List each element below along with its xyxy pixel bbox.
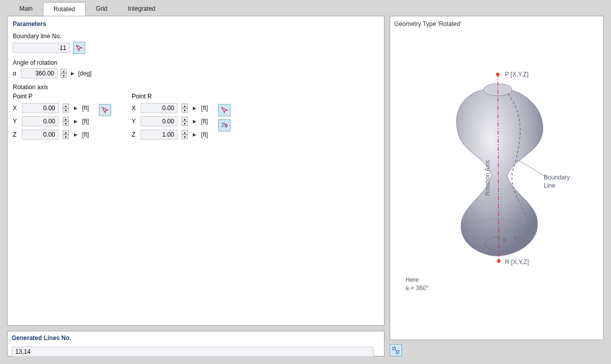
r-z-input[interactable] [141,129,177,140]
r-x-spin-up[interactable]: ▲ [182,103,188,108]
p-y-input[interactable] [22,116,59,126]
tab-grid[interactable]: Grid [86,2,118,16]
generated-lines-title: Generated Lines No. [12,334,380,342]
alpha-input[interactable] [21,68,58,79]
parameters-panel: Parameters Boundary line No. Angle of ro… [7,16,385,326]
svg-text:Rotation Axis: Rotation Axis [484,160,491,196]
r-x-spin-down[interactable]: ▼ [182,108,188,113]
point-r-label: Point R [132,93,208,100]
p-x-label: X [13,105,18,112]
svg-point-4 [496,73,500,76]
r-x-label: X [132,105,137,112]
svg-text:Boundary: Boundary [544,174,570,181]
alpha-spin-down[interactable]: ▼ [61,73,67,78]
pick-cursor-button[interactable] [73,42,85,54]
svg-text:α: α [503,236,506,243]
r-z-spin-down[interactable]: ▼ [182,135,188,139]
alpha-unit: [deg] [78,70,92,77]
r-z-spin-up[interactable]: ▲ [182,130,188,135]
p-z-label: Z [13,131,18,138]
svg-text:P [X,Y,Z]: P [X,Y,Z] [505,71,528,78]
point-p-label: Point P [13,93,89,100]
p-y-spin-down[interactable]: ▼ [63,121,69,126]
r-y-spin-down[interactable]: ▼ [182,121,188,126]
r-y-label: Y [132,118,137,125]
tab-integrated[interactable]: Integrated [118,2,166,16]
apply-arrow-icon[interactable]: ▶ [73,117,78,126]
svg-text:R [X,Y,Z]: R [X,Y,Z] [505,258,529,266]
ft-unit: [ft] [82,118,89,125]
p-x-input[interactable] [22,103,59,113]
apply-arrow-icon[interactable]: ▶ [73,103,78,113]
pick-point-r-button[interactable] [218,104,231,116]
svg-rect-16 [396,351,399,353]
preview-expand-button[interactable] [390,344,402,356]
pick-two-points-button[interactable]: 2x [218,119,231,132]
apply-arrow-icon[interactable]: ▶ [192,117,197,126]
svg-point-5 [497,259,501,263]
axis-label: Rotation axis [13,84,379,91]
parameters-title: Parameters [13,20,379,28]
svg-rect-15 [393,347,395,350]
generated-lines-panel: Generated Lines No. [7,331,385,356]
boundary-input[interactable] [13,43,70,53]
r-y-spin-up[interactable]: ▲ [182,117,188,121]
apply-arrow-icon[interactable]: ▶ [70,69,75,78]
ft-unit: [ft] [201,131,208,138]
tab-bar: Main Rotated Grid Integrated [0,0,611,16]
apply-arrow-icon[interactable]: ▶ [192,103,197,113]
ft-unit: [ft] [201,118,208,125]
r-y-input[interactable] [141,116,177,126]
preview-annotation: Here a = 360° [405,276,428,292]
boundary-label: Boundary line No. [13,33,379,40]
pick-point-p-button[interactable] [99,104,111,116]
tab-rotated[interactable]: Rotated [43,2,86,16]
alpha-symbol: α [13,70,18,77]
p-z-spin-up[interactable]: ▲ [63,130,69,135]
generated-lines-input[interactable] [12,347,374,357]
apply-arrow-icon[interactable]: ▶ [73,130,78,139]
ft-unit: [ft] [82,131,89,138]
preview-panel: Geometry Type 'Rotated' [390,16,604,340]
tab-main[interactable]: Main [9,2,43,16]
angle-label: Angle of rotation [13,59,379,66]
r-x-input[interactable] [141,103,177,113]
p-z-input[interactable] [22,129,59,140]
svg-point-8 [497,236,500,239]
preview-title: Geometry Type 'Rotated' [394,20,599,28]
p-x-spin-down[interactable]: ▼ [63,108,69,113]
geometry-preview-svg: P [X,Y,Z] R [X,Y,Z] Rotation Axis Bounda… [410,58,583,272]
p-x-spin-up[interactable]: ▲ [63,103,69,108]
ft-unit: [ft] [82,105,89,112]
apply-arrow-icon[interactable]: ▶ [192,130,197,139]
ft-unit: [ft] [201,105,208,112]
p-y-label: Y [13,118,18,125]
r-z-label: Z [132,131,137,138]
p-y-spin-up[interactable]: ▲ [63,117,69,121]
svg-text:Line: Line [544,182,555,189]
alpha-spin-up[interactable]: ▲ [61,69,67,73]
p-z-spin-down[interactable]: ▼ [63,135,69,139]
